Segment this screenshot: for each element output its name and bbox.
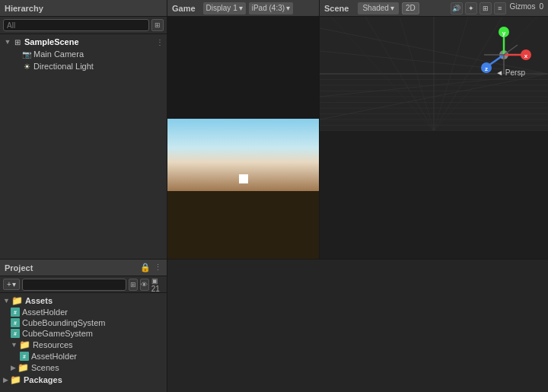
game-dark-bottom bbox=[167, 191, 319, 259]
proj-item-scenes[interactable]: ▶ 📁 Scenes bbox=[0, 362, 167, 374]
hierarchy-search-input[interactable] bbox=[3, 19, 149, 31]
scenes-folder-icon: 📁 bbox=[18, 362, 29, 373]
svg-line-47 bbox=[504, 45, 518, 55]
gizmos-label: Gizmos bbox=[508, 2, 537, 14]
game-tab-label: Game bbox=[172, 4, 196, 13]
aspect-label: iPad (4:3) bbox=[252, 4, 285, 12]
project-lock-icon[interactable]: 🔒 bbox=[140, 263, 151, 272]
assets-expand-icon: ▼ bbox=[3, 297, 10, 304]
search-icon[interactable]: ⊞ bbox=[151, 19, 164, 31]
project-toolbar: + ▾ ⊞ 👁 ▣ 21 bbox=[0, 276, 167, 293]
hierarchy-search-bar: ⊞ bbox=[0, 17, 167, 34]
cs-icon-resources-assetholder: # bbox=[20, 352, 29, 361]
hierarchy-tab: Hierarchy bbox=[0, 0, 167, 17]
proj-item-resources[interactable]: ▼ 📁 Resources bbox=[0, 339, 167, 351]
persp-label: ◄ Persp bbox=[495, 69, 525, 77]
shading-arrow-icon: ▾ bbox=[390, 4, 394, 12]
proj-item-assetholder[interactable]: # AssetHolder bbox=[0, 307, 167, 317]
bottom-row: Project 🔒 ⋮ + ▾ ⊞ 👁 ▣ 21 ▼ 📁 Assets bbox=[0, 259, 548, 392]
cubeBouncingSystem-label: CubeBoundingSystem bbox=[22, 318, 105, 327]
tree-item-main-camera[interactable]: 📷 Main Camera bbox=[0, 48, 167, 60]
packages-folder-icon: 📁 bbox=[10, 374, 21, 385]
scene-panel: Scene Shaded ▾ 2D 🔊 ✦ ⊞ ≡ Gizmos 0 bbox=[320, 0, 548, 259]
hierarchy-panel: Hierarchy ⊞ ▼ ⊞ SampleScene ⋮ 📷 Main Cam… bbox=[0, 0, 167, 259]
game-viewport bbox=[167, 17, 319, 259]
assets-folder-icon: 📁 bbox=[11, 295, 23, 306]
project-eye-icon[interactable]: 👁 bbox=[140, 279, 149, 291]
camera-expand bbox=[12, 49, 21, 59]
main-camera-label: Main Camera bbox=[33, 49, 84, 59]
scenes-label: Scenes bbox=[31, 363, 59, 372]
project-tab-label: Project bbox=[5, 263, 33, 272]
project-search-input[interactable] bbox=[22, 279, 126, 291]
packages-label: Packages bbox=[24, 375, 62, 384]
svg-line-42 bbox=[489, 55, 504, 65]
game-toolbar: Game Display 1 ▾ iPad (4:3) ▾ bbox=[167, 0, 319, 17]
proj-item-resources-assetholder[interactable]: # AssetHolder bbox=[0, 351, 167, 362]
assetholder-label: AssetHolder bbox=[22, 308, 68, 317]
proj-item-assets[interactable]: ▼ 📁 Assets bbox=[0, 295, 167, 307]
count-badge-icon: ▣ bbox=[151, 277, 158, 285]
shading-label: Shaded bbox=[362, 4, 388, 12]
scene-view-icon[interactable]: ⊞ bbox=[480, 2, 492, 14]
camera-icon: 📷 bbox=[21, 49, 32, 59]
resources-assetholder-label: AssetHolder bbox=[31, 352, 77, 361]
svg-text:x: x bbox=[524, 53, 528, 59]
dropdown-arrow-icon: ▾ bbox=[239, 4, 243, 12]
game-panel: Game Display 1 ▾ iPad (4:3) ▾ bbox=[167, 0, 320, 259]
2d-label: 2D bbox=[406, 4, 416, 12]
add-label: + bbox=[7, 280, 11, 288]
cubeGameSystem-label: CubeGameSystem bbox=[22, 329, 93, 338]
light-expand bbox=[12, 62, 21, 71]
project-add-button[interactable]: + ▾ bbox=[3, 279, 20, 290]
project-count: ▣ 21 bbox=[151, 276, 164, 293]
expand-icon[interactable]: ▼ bbox=[3, 37, 12, 46]
resources-folder-icon: 📁 bbox=[19, 339, 30, 350]
project-filter-icon[interactable]: ⊞ bbox=[129, 279, 138, 291]
add-arrow-icon: ▾ bbox=[12, 280, 16, 288]
scene-options-icon[interactable]: ⋮ bbox=[156, 38, 164, 46]
cs-icon-cubegame: # bbox=[11, 329, 20, 338]
layers-icon[interactable]: ≡ bbox=[494, 2, 506, 14]
resources-expand-icon: ▼ bbox=[11, 341, 18, 349]
project-options-icon[interactable]: ⋮ bbox=[154, 263, 162, 272]
resources-label: Resources bbox=[33, 340, 73, 349]
proj-item-cubeBouncingSystem[interactable]: # CubeBoundingSystem bbox=[0, 317, 167, 328]
project-tree: ▼ 📁 Assets # AssetHolder # CubeBoundingS… bbox=[0, 293, 167, 392]
assets-label: Assets bbox=[25, 296, 53, 305]
aspect-arrow-icon: ▾ bbox=[286, 4, 290, 12]
svg-text:z: z bbox=[485, 65, 488, 72]
packages-expand-icon: ▶ bbox=[3, 376, 8, 384]
hierarchy-tab-label: Hierarchy bbox=[5, 4, 43, 13]
scene-tab-label: Scene bbox=[324, 4, 349, 13]
project-panel: Project 🔒 ⋮ + ▾ ⊞ 👁 ▣ 21 ▼ 📁 Assets bbox=[0, 260, 167, 392]
2d-toggle[interactable]: 2D bbox=[402, 2, 419, 14]
display-dropdown[interactable]: Display 1 ▾ bbox=[203, 2, 246, 14]
light-icon: ☀ bbox=[21, 61, 32, 72]
scene-name: SampleScene bbox=[24, 37, 79, 46]
scene-icon: ⊞ bbox=[12, 37, 23, 47]
audio-icon[interactable]: 🔊 bbox=[451, 2, 463, 14]
tree-item-directional-light[interactable]: ☀ Directional Light bbox=[0, 60, 167, 72]
scene-toolbar: Scene Shaded ▾ 2D 🔊 ✦ ⊞ ≡ Gizmos 0 bbox=[320, 0, 548, 17]
tree-item-samplescene[interactable]: ▼ ⊞ SampleScene ⋮ bbox=[0, 36, 167, 48]
game-cube bbox=[239, 174, 248, 183]
cs-icon-assetholder: # bbox=[11, 308, 20, 317]
display-label: Display 1 bbox=[206, 4, 237, 12]
game-dark-top bbox=[167, 17, 319, 119]
shading-dropdown[interactable]: Shaded ▾ bbox=[358, 2, 398, 14]
bottom-right-empty bbox=[167, 260, 548, 392]
scene-icon-group: 🔊 ✦ ⊞ ≡ Gizmos 0 bbox=[451, 2, 543, 14]
cs-icon-cubebouncing: # bbox=[11, 318, 20, 327]
hierarchy-tree: ▼ ⊞ SampleScene ⋮ 📷 Main Camera ☀ Direct… bbox=[0, 34, 167, 259]
proj-item-packages[interactable]: ▶ 📁 Packages bbox=[0, 374, 167, 386]
proj-item-cubeGameSystem[interactable]: # CubeGameSystem bbox=[0, 328, 167, 339]
aspect-dropdown[interactable]: iPad (4:3) ▾ bbox=[249, 2, 293, 14]
fx-icon[interactable]: ✦ bbox=[465, 2, 477, 14]
directional-light-label: Directional Light bbox=[33, 62, 94, 71]
scene-viewport[interactable]: y x z ◄ Persp bbox=[320, 17, 548, 259]
game-horizon bbox=[167, 119, 319, 191]
scenes-expand-icon: ▶ bbox=[11, 364, 16, 371]
counter-label: 0 bbox=[539, 2, 543, 14]
svg-text:y: y bbox=[502, 30, 506, 37]
